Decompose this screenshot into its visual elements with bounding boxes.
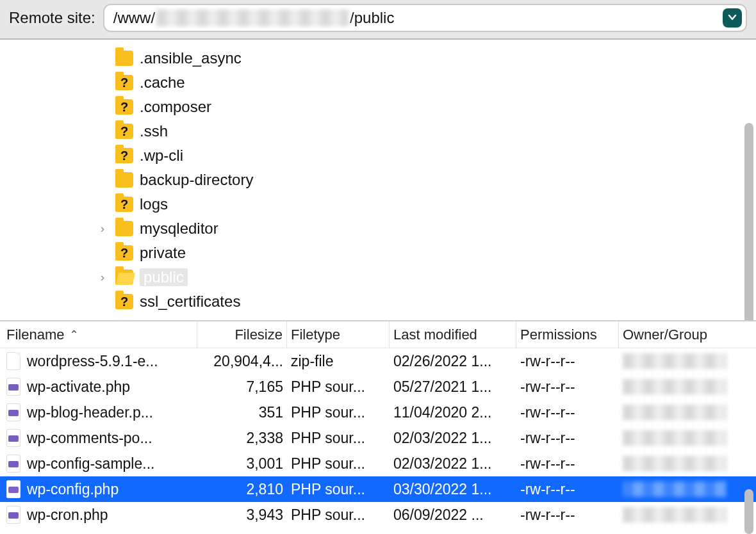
file-icon xyxy=(6,352,21,370)
col-label: Filesize xyxy=(234,327,283,343)
owner-redacted xyxy=(623,405,727,420)
file-list-header[interactable]: Filename⌃ Filesize Filetype Last modifie… xyxy=(0,321,756,348)
column-header-owner[interactable]: Owner/Group xyxy=(619,321,730,348)
tree-item[interactable]: backup-directory xyxy=(96,168,756,192)
tree-item-label: .ssh xyxy=(140,122,168,140)
file-size: 3,943 xyxy=(246,506,283,524)
tree-item[interactable]: ›mysqleditor xyxy=(96,216,756,241)
folder-unknown-icon xyxy=(115,148,133,163)
folder-unknown-icon xyxy=(115,124,133,139)
column-header-filesize[interactable]: Filesize xyxy=(197,321,287,348)
file-size: 3,001 xyxy=(246,455,283,473)
file-row[interactable]: wp-config.php2,810PHP sour...03/30/2022 … xyxy=(0,476,756,502)
file-type: PHP sour... xyxy=(291,378,365,396)
folder-open-icon xyxy=(115,270,133,285)
file-type: PHP sour... xyxy=(291,430,365,447)
folder-icon xyxy=(115,172,133,188)
file-name: wp-config.php xyxy=(27,481,119,498)
file-modified: 02/03/2022 1... xyxy=(393,455,491,473)
folder-unknown-icon xyxy=(115,75,133,90)
remote-path-input[interactable]: /www/ /public xyxy=(103,4,747,32)
file-list-rows[interactable]: wordpress-5.9.1-e...20,904,4...zip-file0… xyxy=(0,348,756,534)
tree-item[interactable]: ssl_certificates xyxy=(96,289,756,314)
tree-item-label: private xyxy=(140,244,186,262)
file-type: PHP sour... xyxy=(291,455,365,473)
file-row[interactable]: wp-activate.php7,165PHP sour...05/27/202… xyxy=(0,374,756,400)
path-redacted xyxy=(156,10,349,26)
directory-tree-pane: .ansible_async.cache.composer.ssh.wp-cli… xyxy=(0,40,756,321)
file-name: wp-cron.php xyxy=(27,506,108,524)
remote-site-label: Remote site: xyxy=(9,9,95,27)
file-row[interactable]: wordpress-5.9.1-e...20,904,4...zip-file0… xyxy=(0,348,756,374)
tree-item-label: .composer xyxy=(140,98,211,116)
tree-item-label: logs xyxy=(140,195,168,213)
file-row[interactable]: wp-config-sample...3,001PHP sour...02/03… xyxy=(0,451,756,476)
file-type: PHP sour... xyxy=(291,404,365,421)
tree-item[interactable]: .wp-cli xyxy=(96,143,756,168)
file-modified: 02/03/2022 1... xyxy=(393,430,491,447)
path-dropdown-button[interactable] xyxy=(723,8,742,28)
tree-item[interactable]: .ansible_async xyxy=(96,46,756,70)
chevron-down-icon xyxy=(727,10,737,26)
tree-item-label: .cache xyxy=(140,74,185,92)
file-size: 7,165 xyxy=(246,378,283,396)
file-name: wp-blog-header.p... xyxy=(27,404,153,421)
tree-item[interactable]: ›public xyxy=(96,265,756,289)
file-modified: 11/04/2020 2... xyxy=(393,404,491,421)
file-name: wordpress-5.9.1-e... xyxy=(27,353,158,370)
file-size: 2,810 xyxy=(246,481,283,498)
expand-arrow-icon[interactable]: › xyxy=(96,270,109,284)
tree-item-label: public xyxy=(140,268,188,286)
column-header-filetype[interactable]: Filetype xyxy=(287,321,390,348)
file-permissions: -rw-r--r-- xyxy=(520,404,575,421)
owner-redacted xyxy=(623,353,727,369)
path-prefix: /www/ xyxy=(113,9,155,27)
folder-unknown-icon xyxy=(115,245,133,261)
column-header-filename[interactable]: Filename⌃ xyxy=(0,321,197,348)
tree-item[interactable]: .cache xyxy=(96,70,756,95)
file-modified: 03/30/2022 1... xyxy=(393,481,491,498)
col-label: Last modified xyxy=(393,327,477,343)
tree-scrollbar[interactable] xyxy=(744,123,753,321)
tree-item[interactable]: private xyxy=(96,241,756,265)
tree-item[interactable]: logs xyxy=(96,192,756,216)
folder-unknown-icon xyxy=(115,99,133,115)
folder-unknown-icon xyxy=(115,294,133,309)
tree-item[interactable]: .composer xyxy=(96,95,756,119)
column-header-permissions[interactable]: Permissions xyxy=(516,321,619,348)
file-permissions: -rw-r--r-- xyxy=(520,455,575,473)
filelist-scrollbar[interactable] xyxy=(744,489,753,534)
file-size: 20,904,4... xyxy=(213,353,283,370)
remote-site-bar: Remote site: /www/ /public xyxy=(0,0,756,40)
php-file-icon xyxy=(6,480,21,498)
expand-arrow-icon[interactable]: › xyxy=(96,222,109,236)
file-modified: 02/26/2022 1... xyxy=(393,353,491,370)
col-label: Permissions xyxy=(520,327,597,343)
file-modified: 06/09/2022 ... xyxy=(393,506,484,524)
remote-path-value[interactable]: /www/ /public xyxy=(113,9,723,27)
directory-tree[interactable]: .ansible_async.cache.composer.ssh.wp-cli… xyxy=(0,40,756,314)
file-permissions: -rw-r--r-- xyxy=(520,353,575,370)
folder-icon xyxy=(115,221,133,236)
tree-item-label: .ansible_async xyxy=(140,49,242,67)
column-header-modified[interactable]: Last modified xyxy=(390,321,516,348)
file-row[interactable]: wp-blog-header.p...351PHP sour...11/04/2… xyxy=(0,400,756,425)
tree-item-label: ssl_certificates xyxy=(140,293,240,311)
file-size: 351 xyxy=(259,404,283,421)
php-file-icon xyxy=(6,378,21,396)
col-label: Owner/Group xyxy=(623,327,707,343)
tree-item[interactable]: .ssh xyxy=(96,119,756,143)
file-type: PHP sour... xyxy=(291,481,365,498)
php-file-icon xyxy=(6,455,21,473)
file-type: zip-file xyxy=(291,353,333,370)
file-name: wp-activate.php xyxy=(27,378,130,396)
owner-redacted xyxy=(623,456,727,471)
col-label: Filetype xyxy=(291,327,340,343)
owner-redacted xyxy=(623,379,727,394)
file-permissions: -rw-r--r-- xyxy=(520,378,575,396)
file-row[interactable]: wp-comments-po...2,338PHP sour...02/03/2… xyxy=(0,425,756,451)
file-type: PHP sour... xyxy=(291,506,365,524)
file-row[interactable]: wp-cron.php3,943PHP sour...06/09/2022 ..… xyxy=(0,502,756,528)
file-permissions: -rw-r--r-- xyxy=(520,506,575,524)
tree-item-label: .wp-cli xyxy=(140,147,183,165)
